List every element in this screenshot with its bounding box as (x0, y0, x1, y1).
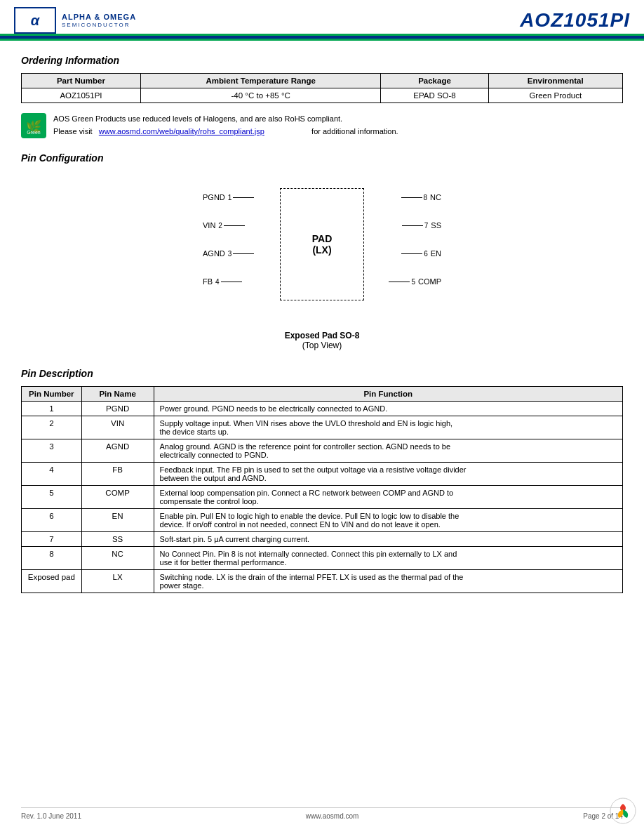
pin-desc-col-function: Pin Function (154, 387, 622, 402)
pin-1-line (233, 197, 254, 198)
pin-desc-cell-3-0: 4 (22, 463, 82, 486)
pin-desc-col-number: Pin Number (22, 387, 82, 402)
company-name-line1: ALPHA & OMEGA (62, 13, 136, 22)
pin-7-line (402, 225, 423, 226)
pin-desc-cell-3-2: Feedback input. The FB pin is used to se… (154, 463, 622, 486)
ordering-cell-0-1: -40 °C to +85 °C (140, 88, 380, 103)
ordering-heading: Ordering Information (21, 55, 623, 66)
pin-2-area: VIN 2 (203, 221, 245, 230)
pin-desc-cell-3-1: FB (81, 463, 154, 486)
pin-desc-table-row: 7SSSoft-start pin. 5 μA current charging… (22, 532, 623, 547)
diagram-caption-sub: (Top View) (285, 340, 360, 350)
pin-desc-table-row: 2VINSupply voltage input. When VIN rises… (22, 416, 623, 439)
footer-left: Rev. 1.0 June 2011 (21, 812, 81, 820)
pin-4-num: 4 (215, 278, 220, 286)
pin-desc-cell-5-1: EN (81, 509, 154, 532)
green-product-icon: 🌿 Green (21, 113, 46, 138)
pin-6-line (401, 253, 422, 254)
green-note-section: 🌿 Green AOS Green Products use reduced l… (21, 113, 623, 138)
ordering-table: Part Number Ambient Temperature Range Pa… (21, 73, 623, 103)
corner-decoration (609, 797, 637, 827)
pin-desc-cell-4-1: COMP (81, 486, 154, 509)
pin-5-area: 5 COMP (389, 277, 441, 286)
pin-6-num: 6 (424, 250, 428, 258)
pin-desc-cell-2-0: 3 (22, 439, 82, 463)
pin-desc-cell-4-0: 5 (22, 486, 82, 509)
pin-desc-table-row: 6ENEnable pin. Pull EN to logic high to … (22, 509, 623, 532)
ordering-cell-0-3: Green Product (488, 88, 622, 103)
pin-6-label: EN (431, 249, 441, 258)
green-note-line1: AOS Green Products use reduced levels of… (53, 113, 398, 126)
ic-diagram: PAD (LX) PGND 1 VIN 2 AGND (203, 178, 441, 325)
pin-7-area: 7 SS (402, 221, 441, 230)
pin-5-label: COMP (418, 277, 441, 286)
ordering-cell-0-2: EPAD SO-8 (381, 88, 488, 103)
col-header-environmental: Environmental (488, 74, 622, 88)
pin-desc-cell-6-1: SS (81, 532, 154, 547)
pin-3-label: AGND (203, 249, 225, 258)
pin-desc-cell-0-0: 1 (22, 402, 82, 416)
pin-desc-cell-7-0: 8 (22, 547, 82, 570)
pin-2-num: 2 (218, 222, 222, 230)
pin-8-area: 8 NC (401, 193, 441, 201)
ic-diagram-container: PAD (LX) PGND 1 VIN 2 AGND (21, 178, 623, 350)
company-name-line2: SEMICONDUCTOR (62, 22, 136, 28)
pin-desc-cell-8-0: Exposed pad (22, 570, 82, 593)
pin-desc-heading: Pin Description (21, 368, 623, 379)
pin-desc-col-name: Pin Name (81, 387, 154, 402)
pin-desc-section: Pin Description Pin Number Pin Name Pin … (21, 368, 623, 593)
pin-1-num: 1 (228, 194, 232, 201)
col-header-part-number: Part Number (22, 74, 141, 88)
pin-desc-table-row: 5COMPExternal loop compensation pin. Con… (22, 486, 623, 509)
pin-desc-cell-2-1: AGND (81, 439, 154, 463)
pin-desc-cell-1-0: 2 (22, 416, 82, 439)
pin-8-label: NC (430, 193, 441, 201)
pin-3-num: 3 (228, 250, 232, 258)
pin-desc-cell-5-2: Enable pin. Pull EN to logic high to ena… (154, 509, 622, 532)
pin-desc-cell-8-1: LX (81, 570, 154, 593)
pin-desc-cell-7-2: No Connect Pin. Pin 8 is not internally … (154, 547, 622, 570)
pin-config-section: Pin Configuration PAD (LX) PGND 1 VIN (21, 152, 623, 350)
page-footer: Rev. 1.0 June 2011 www.aosmd.com Page 2 … (21, 807, 623, 820)
pin-4-area: FB 4 (203, 277, 242, 286)
green-note-after: for additional information. (311, 127, 398, 135)
product-title: AOZ1051PI (520, 9, 630, 32)
pin-desc-cell-8-2: Switching node. LX is the drain of the i… (154, 570, 622, 593)
ic-pad-sub: (LX) (312, 244, 331, 256)
pin-desc-header-row: Pin Number Pin Name Pin Function (22, 387, 623, 402)
pin-3-line (233, 253, 254, 254)
pin-desc-cell-0-2: Power ground. PGND needs to be electrica… (154, 402, 622, 416)
pin-desc-table-row: Exposed padLXSwitching node. LX is the d… (22, 570, 623, 593)
pin-desc-cell-2-2: Analog ground. AGND is the reference poi… (154, 439, 622, 463)
pin-1-label: PGND (203, 193, 225, 201)
pin-5-num: 5 (411, 278, 415, 286)
pin-7-label: SS (431, 221, 441, 230)
pin-desc-table-row: 3AGNDAnalog ground. AGND is the referenc… (22, 439, 623, 463)
pin-desc-cell-5-0: 6 (22, 509, 82, 532)
ordering-section: Ordering Information Part Number Ambient… (21, 55, 623, 138)
pin-4-label: FB (203, 277, 213, 286)
pin-desc-cell-4-2: External loop compensation pin. Connect … (154, 486, 622, 509)
green-note-before: Please visit (53, 127, 93, 135)
pin-8-line (401, 197, 422, 198)
pin-desc-cell-1-2: Supply voltage input. When VIN rises abo… (154, 416, 622, 439)
pin-7-num: 7 (424, 222, 429, 230)
svg-text:Green: Green (27, 130, 41, 135)
pin-config-heading: Pin Configuration (21, 152, 623, 164)
logo-box: α (14, 7, 56, 34)
pin-desc-cell-1-1: VIN (81, 416, 154, 439)
pin-2-label: VIN (203, 221, 215, 230)
page-header: α ALPHA & OMEGA SEMICONDUCTOR AOZ1051PI (0, 0, 644, 36)
pin-desc-table: Pin Number Pin Name Pin Function 1PGNDPo… (21, 386, 623, 593)
pin-desc-cell-6-2: Soft-start pin. 5 μA current charging cu… (154, 532, 622, 547)
green-note-link[interactable]: www.aosmd.com/web/quality/rohs_compliant… (99, 127, 264, 135)
ic-pad-label: PAD (312, 233, 333, 244)
pin-8-num: 8 (424, 194, 428, 201)
pin-5-line (389, 282, 410, 282)
ic-box: PAD (LX) (280, 188, 364, 300)
green-note-text: AOS Green Products use reduced levels of… (53, 113, 398, 138)
pin-desc-cell-6-0: 7 (22, 532, 82, 547)
pin-desc-cell-0-1: PGND (81, 402, 154, 416)
col-header-package: Package (381, 74, 488, 88)
diagram-caption: Exposed Pad SO-8 (Top View) (285, 331, 360, 350)
